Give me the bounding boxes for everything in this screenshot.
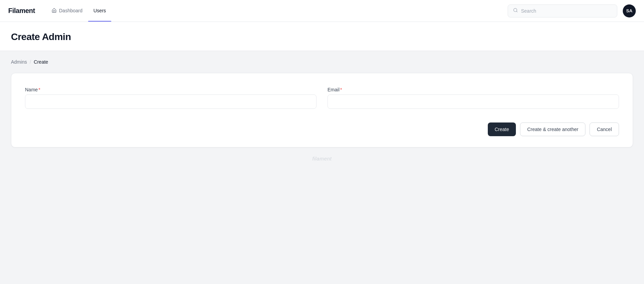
name-input[interactable]: [25, 94, 317, 109]
main-content: Admins / Create Name* Email* Create: [0, 51, 644, 284]
page-title: Create Admin: [11, 31, 633, 42]
navbar-right: Search SA: [508, 4, 636, 17]
navbar: Filament Dashboard Users Search: [0, 0, 644, 22]
footer-text: filament: [312, 156, 332, 162]
breadcrumb-current: Create: [34, 59, 48, 65]
form-card: Name* Email* Create Create & create anot…: [11, 73, 633, 147]
name-required: *: [38, 87, 40, 92]
page-footer: filament: [11, 147, 633, 170]
page-header: Create Admin: [0, 22, 644, 51]
breadcrumb: Admins / Create: [11, 59, 633, 65]
create-button[interactable]: Create: [488, 122, 516, 136]
search-box[interactable]: Search: [508, 4, 617, 17]
email-field: Email*: [327, 87, 619, 109]
avatar[interactable]: SA: [623, 4, 636, 17]
home-icon: [51, 8, 57, 14]
form-row: Name* Email*: [25, 87, 619, 109]
create-another-button[interactable]: Create & create another: [520, 122, 585, 136]
nav-item-dashboard[interactable]: Dashboard: [46, 0, 88, 22]
nav-item-users[interactable]: Users: [88, 0, 112, 22]
dashboard-label: Dashboard: [59, 8, 83, 13]
cancel-button[interactable]: Cancel: [590, 122, 619, 136]
email-label: Email*: [327, 87, 619, 92]
nav-menu: Dashboard Users: [46, 0, 111, 22]
breadcrumb-parent[interactable]: Admins: [11, 59, 27, 65]
users-label: Users: [94, 8, 106, 13]
form-actions: Create Create & create another Cancel: [25, 122, 619, 136]
name-field: Name*: [25, 87, 317, 109]
search-icon: [513, 8, 518, 14]
search-placeholder: Search: [521, 8, 536, 14]
brand-logo[interactable]: Filament: [8, 7, 35, 15]
breadcrumb-separator: /: [30, 59, 31, 65]
name-label: Name*: [25, 87, 317, 92]
email-required: *: [340, 87, 342, 92]
avatar-initials: SA: [626, 8, 632, 13]
email-input[interactable]: [327, 94, 619, 109]
